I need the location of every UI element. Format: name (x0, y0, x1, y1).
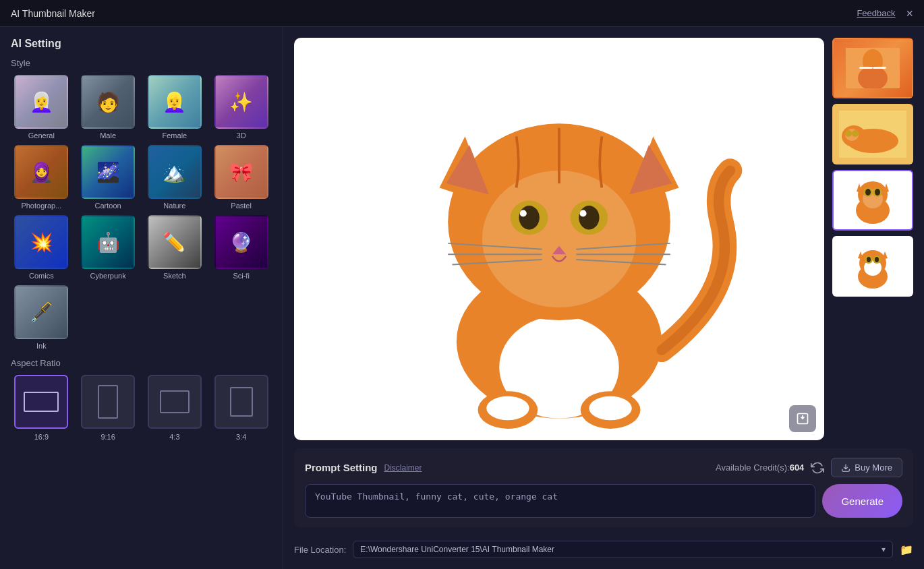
prompt-section: Prompt Setting Disclaimer Available Cred… (294, 448, 913, 527)
style-thumb-cartoon: 🌌 (81, 145, 135, 199)
thumbnail-4[interactable] (832, 236, 913, 297)
prompt-title-row: Prompt Setting Disclaimer (305, 462, 422, 473)
style-img-general: 👩‍🦳 (16, 76, 67, 127)
buy-more-button[interactable]: Buy More (831, 458, 902, 477)
style-item-scifi[interactable]: 🔮 Sci-fi (210, 215, 272, 280)
refresh-icon[interactable] (811, 461, 824, 475)
style-label-nature: Nature (163, 202, 185, 210)
prompt-input[interactable]: YouTube Thumbnail, funny cat, cute, oran… (305, 484, 815, 518)
style-img-female: 👱‍♀️ (149, 76, 200, 127)
prompt-header: Prompt Setting Disclaimer Available Cred… (305, 458, 902, 477)
style-img-male: 🧑 (82, 76, 134, 127)
buy-more-label: Buy More (855, 462, 892, 473)
style-item-male[interactable]: 🧑 Male (78, 75, 139, 140)
aspect-item-3-4[interactable]: 3:4 (210, 375, 272, 441)
content-area: Prompt Setting Disclaimer Available Cred… (283, 27, 924, 569)
credits-value: 604 (790, 462, 805, 473)
style-img-ink: 🖋️ (16, 287, 67, 338)
style-thumb-pastel: 🎀 (214, 145, 268, 199)
main-layout: AI Setting Style 👩‍🦳 General 🧑 Male 👱‍♀️ (0, 27, 924, 569)
svg-point-55 (875, 257, 879, 262)
style-label-male: Male (100, 131, 116, 140)
svg-point-54 (867, 257, 871, 262)
thumb-img-3 (846, 173, 900, 227)
thumbnail-3[interactable] (832, 170, 913, 231)
disclaimer-link[interactable]: Disclaimer (384, 463, 422, 473)
style-item-pastel[interactable]: 🎀 Pastel (210, 145, 272, 210)
style-item-nature[interactable]: 🏔️ Nature (144, 145, 206, 210)
svg-point-25 (589, 396, 631, 420)
svg-rect-30 (859, 67, 873, 69)
thumbnail-1[interactable] (832, 38, 913, 98)
style-img-photograph: 🧕 (16, 146, 67, 198)
style-item-ink[interactable]: 🖋️ Ink (11, 285, 72, 350)
aspect-ratio-label: Aspect Ratio (11, 358, 272, 368)
svg-point-44 (865, 189, 871, 196)
style-item-sketch[interactable]: ✏️ Sketch (144, 215, 206, 280)
credits-label: Available Credit(s):604 (716, 462, 804, 473)
svg-point-24 (486, 396, 529, 420)
aspect-label-3-4: 3:4 (236, 433, 246, 441)
download-button[interactable] (789, 405, 816, 432)
aspect-inner-9-16 (98, 385, 118, 419)
style-label-comics: Comics (29, 272, 54, 280)
style-item-female[interactable]: 👱‍♀️ Female (144, 75, 206, 140)
aspect-inner-16-9 (24, 392, 59, 412)
style-thumb-nature: 🏔️ (148, 145, 202, 199)
folder-icon[interactable]: 📁 (900, 543, 913, 556)
aspect-label-16-9: 16:9 (34, 433, 49, 441)
style-item-photograph[interactable]: 🧕 Photograp... (11, 145, 72, 210)
style-label-cyberpunk: Cyberpunk (90, 272, 126, 280)
dropdown-arrow: ▾ (882, 545, 886, 554)
close-button[interactable]: × (906, 7, 913, 20)
style-label-photograph: Photograp... (21, 202, 61, 210)
aspect-thumb-9-16 (81, 375, 135, 429)
style-item-comics[interactable]: 💥 Comics (11, 215, 72, 280)
generate-button[interactable]: Generate (822, 484, 902, 518)
aspect-thumb-16-9 (14, 375, 68, 429)
style-img-sketch: ✏️ (149, 216, 200, 268)
style-label-general: General (28, 131, 55, 140)
feedback-link[interactable]: Feedback (857, 8, 895, 18)
titlebar: AI Thumbnail Maker Feedback × (0, 0, 924, 27)
titlebar-controls: Feedback × (857, 7, 913, 20)
style-label-cartoon: Cartoon (95, 202, 121, 210)
style-thumb-sketch: ✏️ (148, 215, 202, 269)
download-icon (796, 412, 809, 425)
prompt-title: Prompt Setting (305, 462, 378, 473)
svg-rect-31 (873, 67, 886, 69)
style-item-3d[interactable]: ✨ 3D (210, 75, 272, 140)
style-img-nature: 🏔️ (149, 146, 200, 198)
style-label-ink: Ink (36, 342, 47, 350)
file-path-text: E:\Wondershare UniConverter 15\AI Thumbn… (360, 545, 876, 554)
aspect-thumb-4-3 (148, 375, 202, 429)
image-preview-area (294, 38, 913, 440)
credits-row: Available Credit(s):604 Buy More (716, 458, 902, 477)
aspect-item-9-16[interactable]: 9:16 (78, 375, 139, 441)
style-item-general[interactable]: 👩‍🦳 General (11, 75, 72, 140)
aspect-inner-3-4 (230, 387, 253, 417)
style-img-cartoon: 🌌 (82, 146, 134, 198)
thumbnail-2[interactable] (832, 104, 913, 164)
file-location-label: File Location: (294, 545, 346, 555)
style-thumb-scifi: 🔮 (214, 215, 268, 269)
main-image-container (294, 38, 824, 440)
style-img-pastel: 🎀 (216, 146, 267, 198)
svg-point-14 (579, 210, 586, 216)
style-label-sketch: Sketch (163, 272, 186, 280)
aspect-item-4-3[interactable]: 4:3 (144, 375, 206, 441)
file-path-select[interactable]: E:\Wondershare UniConverter 15\AI Thumbn… (353, 541, 893, 558)
thumb-img-2 (839, 111, 906, 158)
style-item-cyberpunk[interactable]: 🤖 Cyberpunk (78, 215, 139, 280)
style-label-3d: 3D (237, 131, 246, 140)
aspect-label-4-3: 4:3 (169, 433, 179, 441)
style-thumb-female: 👱‍♀️ (148, 75, 202, 129)
svg-point-13 (520, 210, 527, 216)
aspect-inner-4-3 (160, 390, 190, 413)
thumb-img-4 (846, 239, 900, 293)
svg-point-45 (875, 189, 880, 196)
aspect-item-16-9[interactable]: 16:9 (11, 375, 72, 441)
style-img-scifi: 🔮 (216, 216, 267, 268)
download-icon-small (841, 463, 850, 473)
style-item-cartoon[interactable]: 🌌 Cartoon (78, 145, 139, 210)
